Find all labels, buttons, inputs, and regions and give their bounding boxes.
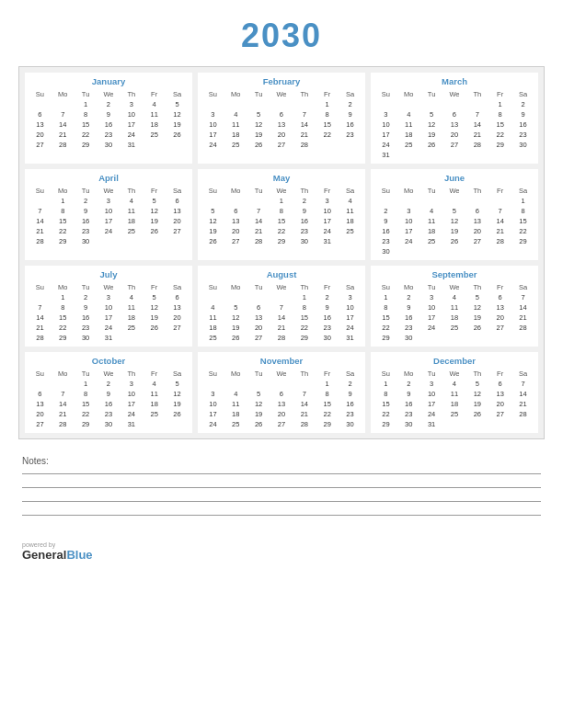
calendar-day: 18 (120, 313, 143, 323)
calendar-day (166, 140, 189, 150)
weekday-header: We (443, 282, 466, 292)
calendar-week-row: 9101112131415 (374, 216, 534, 226)
calendar-day (201, 196, 224, 206)
calendar-day: 12 (166, 389, 189, 399)
calendar-day: 17 (420, 313, 443, 323)
calendar-day (465, 419, 488, 429)
cal-table-january: SuMoTuWeThFrSa12345678910111213141516171… (29, 89, 189, 150)
calendar-day: 2 (75, 196, 98, 206)
calendar-week-row: 2425262728 (201, 140, 362, 150)
weekday-header: We (98, 282, 121, 292)
calendar-day (339, 236, 362, 246)
calendar-day (443, 246, 466, 256)
calendar-day: 18 (443, 399, 466, 409)
calendar-day: 2 (511, 99, 534, 109)
calendar-day: 18 (420, 226, 443, 236)
calendar-day: 3 (98, 292, 121, 302)
calendar-day (143, 236, 166, 246)
calendar-day (293, 379, 316, 389)
calendar-day (143, 333, 166, 343)
calendar-week-row: 13141516171819 (29, 399, 189, 409)
weekday-header: Tu (75, 89, 98, 99)
calendar-day: 24 (374, 140, 397, 150)
calendar-day: 9 (339, 389, 362, 399)
calendar-day: 5 (166, 379, 189, 389)
calendar-day: 25 (339, 226, 362, 236)
note-line-4 (22, 515, 541, 516)
calendar-day: 26 (420, 140, 443, 150)
weekday-header: We (270, 89, 293, 99)
calendar-day: 21 (52, 130, 75, 140)
calendar-day: 14 (29, 216, 52, 226)
calendar-day: 18 (201, 323, 224, 333)
weekday-header: Fr (143, 186, 166, 196)
calendar-day: 15 (316, 399, 339, 409)
calendar-week-row: 10111213141516 (201, 399, 362, 409)
calendar-day: 14 (29, 313, 52, 323)
calendar-day: 3 (120, 99, 143, 109)
weekday-header: Mo (397, 186, 420, 196)
calendar-week-row: 1 (374, 196, 534, 206)
calendar-day (29, 379, 52, 389)
calendar-day (270, 379, 293, 389)
calendar-day: 7 (488, 206, 511, 216)
calendar-day (511, 246, 534, 256)
calendar-day (443, 196, 466, 206)
calendar-day: 27 (224, 236, 247, 246)
calendar-day: 25 (443, 409, 466, 419)
calendar-day: 4 (143, 99, 166, 109)
weekday-header: Su (29, 89, 52, 99)
calendar-day: 16 (511, 119, 534, 130)
weekday-header: Th (120, 282, 143, 292)
calendar-day: 16 (293, 216, 316, 226)
calendar-day: 19 (201, 226, 224, 236)
weekday-header: Th (293, 89, 316, 99)
calendar-day: 4 (443, 292, 466, 302)
calendar-day: 17 (339, 313, 362, 323)
calendar-day: 15 (52, 216, 75, 226)
calendar-day (201, 99, 224, 109)
calendar-week-row: 17181920212223 (201, 409, 362, 419)
calendar-day: 21 (270, 323, 293, 333)
notes-label: Notes: (22, 456, 541, 466)
calendar-day: 13 (270, 399, 293, 409)
calendar-day: 1 (52, 196, 75, 206)
calendar-day: 19 (166, 119, 189, 130)
calendar-day: 12 (224, 313, 247, 323)
calendar-day: 24 (420, 409, 443, 419)
cal-table-april: SuMoTuWeThFrSa12345678910111213141516171… (29, 186, 189, 246)
calendar-day: 13 (166, 206, 189, 216)
calendar-day: 12 (247, 399, 270, 409)
weekday-header: Th (465, 186, 488, 196)
calendar-day: 7 (270, 302, 293, 313)
weekday-header: Tu (420, 186, 443, 196)
calendar-day: 24 (316, 226, 339, 236)
weekday-header: Fr (143, 282, 166, 292)
calendar-day: 15 (52, 313, 75, 323)
calendar-day: 14 (270, 313, 293, 323)
calendar-day: 11 (339, 206, 362, 216)
calendar-day (420, 333, 443, 343)
calendar-day: 26 (166, 409, 189, 419)
calendar-day: 28 (293, 419, 316, 429)
calendar-day: 30 (75, 236, 98, 246)
calendar-day: 27 (29, 419, 52, 429)
calendar-day: 14 (465, 119, 488, 130)
calendar-day: 21 (52, 409, 75, 419)
cal-table-february: SuMoTuWeThFrSa12345678910111213141516171… (201, 89, 362, 150)
calendar-day: 19 (443, 226, 466, 236)
weekday-header: Sa (339, 89, 362, 99)
calendar-day: 6 (270, 389, 293, 399)
calendar-day: 9 (339, 109, 362, 119)
calendar-day: 8 (270, 206, 293, 216)
calendar-day: 26 (143, 323, 166, 333)
calendar-day: 21 (488, 226, 511, 236)
calendar-day: 31 (120, 419, 143, 429)
calendar-day: 27 (465, 236, 488, 246)
calendar-day: 8 (52, 302, 75, 313)
calendar-day (29, 196, 52, 206)
weekday-header: Tu (247, 89, 270, 99)
weekday-header: Th (465, 369, 488, 379)
calendar-day: 13 (443, 119, 466, 130)
calendar-day: 23 (293, 226, 316, 236)
